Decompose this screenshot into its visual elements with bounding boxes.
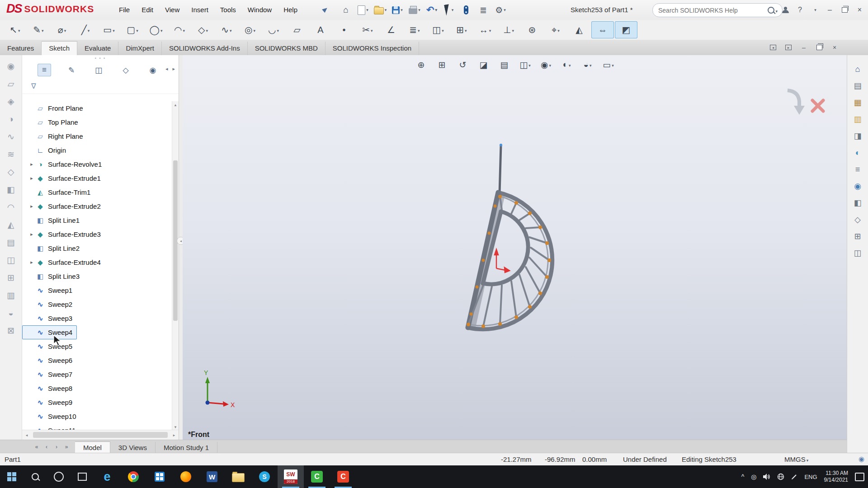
options-button[interactable]: ⚙ — [493, 2, 508, 18]
panel-tab[interactable]: ◉ — [146, 64, 160, 76]
save-button[interactable] — [390, 2, 405, 18]
study-tab[interactable]: 3D Views — [110, 442, 156, 453]
left-toolbar-icon[interactable]: ◧ — [3, 182, 19, 197]
left-toolbar-icon[interactable]: ◇ — [3, 164, 19, 179]
tree-item[interactable]: Sweep1 — [22, 283, 77, 297]
sheet-nav-button[interactable]: » — [61, 442, 71, 452]
open-button[interactable] — [373, 2, 388, 18]
ribbon-tool[interactable]: ⇔ — [591, 21, 614, 38]
left-toolbar-icon[interactable]: ◈ — [3, 94, 19, 109]
ribbon-tool[interactable]: ⊞ — [450, 21, 473, 38]
dropdown-caret-icon[interactable] — [63, 26, 66, 34]
scroll-left-icon[interactable]: ◂ — [22, 430, 31, 440]
help-button[interactable]: ? — [793, 2, 807, 18]
dropdown-caret-icon[interactable] — [464, 26, 467, 34]
menu-item[interactable]: Insert — [185, 0, 214, 20]
task-pane-tab[interactable]: ◇ — [850, 213, 865, 226]
dropdown-caret-icon[interactable] — [229, 26, 232, 34]
taskbar-solidworks[interactable]: SW 2018 — [278, 465, 304, 488]
minimize-button[interactable]: – — [822, 2, 837, 18]
left-toolbar-icon[interactable]: ◫ — [3, 253, 19, 267]
dropdown-caret-icon[interactable] — [441, 26, 444, 34]
tree-vertical-scrollbar[interactable]: ▴ ▾ — [172, 101, 179, 430]
touch-mode-button[interactable] — [458, 2, 474, 18]
command-tab[interactable]: DimXpert — [118, 42, 162, 55]
taskbar-camtasia[interactable]: C — [304, 465, 330, 488]
ribbon-tool[interactable]: ◎ — [239, 21, 261, 38]
taskbar-firefox[interactable] — [173, 465, 199, 488]
tree-item[interactable]: ▸ Surface-Extrude1 — [22, 171, 105, 185]
network-icon[interactable] — [777, 473, 784, 480]
login-button[interactable] — [778, 2, 793, 18]
taskbar-store[interactable] — [146, 465, 173, 488]
ribbon-tool[interactable]: ≣ — [403, 21, 426, 38]
menu-item[interactable]: Tools — [214, 0, 242, 20]
scroll-right-icon[interactable]: ▸ — [170, 430, 179, 440]
ribbon-tool[interactable]: ▭ — [98, 21, 120, 38]
left-toolbar-icon[interactable]: ∿ — [3, 129, 19, 144]
tree-item[interactable]: ▸ Surface-Extrude3 — [22, 227, 105, 241]
taskbar-search-button[interactable] — [24, 465, 47, 488]
left-toolbar-icon[interactable]: ▥ — [3, 288, 19, 303]
tree-item[interactable]: Sweep6 — [22, 353, 77, 367]
sheet-nav-button[interactable]: ‹ — [42, 442, 52, 452]
select-button[interactable] — [441, 2, 457, 18]
dropdown-caret-icon[interactable] — [276, 26, 279, 34]
ribbon-tool[interactable]: ◠ — [168, 21, 191, 38]
ribbon-tool[interactable]: ◡ — [262, 21, 285, 38]
tree-item[interactable]: Sweep4 — [22, 325, 77, 339]
search-input[interactable] — [657, 6, 768, 14]
task-view-button[interactable] — [71, 465, 94, 488]
expand-arrow-icon[interactable]: ▸ — [28, 161, 36, 167]
dropdown-caret-icon[interactable] — [135, 26, 138, 34]
ribbon-tool[interactable]: ◯ — [145, 21, 167, 38]
task-pane-tab[interactable]: ◉ — [850, 179, 865, 193]
panel-drag-handle[interactable]: • • • — [22, 55, 179, 61]
left-toolbar-icon[interactable]: ◉ — [3, 59, 19, 74]
left-toolbar-icon[interactable]: ◑ — [3, 112, 19, 127]
ribbon-tool[interactable]: ▢ — [121, 21, 144, 38]
tree-item[interactable]: Sweep7 — [22, 367, 77, 381]
menu-item[interactable]: View — [159, 0, 185, 20]
command-tab[interactable]: SOLIDWORKS Inspection — [326, 42, 419, 55]
graphics-viewport[interactable]: ⊕ ⊞ ↺ ◪ — [183, 55, 847, 440]
command-tab[interactable]: Features — [0, 42, 42, 55]
options-list-button[interactable]: ≣ — [476, 2, 491, 18]
taskbar-clock[interactable]: 11:30 AM 9/14/2021 — [824, 470, 848, 483]
tree-item[interactable]: Sweep11 — [22, 423, 80, 430]
expand-arrow-icon[interactable]: ▸ — [28, 231, 36, 237]
tree-item[interactable]: Front Plane — [22, 101, 88, 115]
expand-arrow-icon[interactable]: ▸ — [28, 203, 36, 209]
task-pane-tab[interactable]: ◧ — [850, 196, 865, 210]
previous-window-button[interactable]: ◂ — [767, 42, 779, 53]
menu-item[interactable]: Help — [278, 0, 303, 20]
left-toolbar-icon[interactable]: ◒ — [3, 305, 19, 320]
dropdown-caret-icon[interactable] — [17, 26, 20, 34]
dropdown-caret-icon[interactable] — [41, 26, 44, 34]
dropdown-caret-icon[interactable] — [252, 26, 255, 34]
panel-tabs-right-icon[interactable]: ▸ — [172, 66, 175, 72]
close-button[interactable]: × — [852, 2, 867, 18]
panel-tab[interactable]: ◫ — [92, 64, 105, 76]
command-tab[interactable]: Sketch — [42, 41, 77, 55]
dropdown-caret-icon[interactable] — [112, 26, 115, 34]
search-icon[interactable] — [768, 7, 774, 14]
ribbon-tool[interactable]: ✂ — [356, 21, 379, 38]
tree-item[interactable]: Sweep3 — [22, 311, 77, 325]
menu-pin-icon[interactable] — [319, 4, 331, 16]
tree-item[interactable]: Split Line1 — [22, 213, 84, 227]
tree-item[interactable]: ▸ Surface-Revolve1 — [22, 157, 106, 171]
tree-item[interactable]: ▸ Surface-Extrude2 — [22, 199, 105, 213]
left-toolbar-icon[interactable]: ▤ — [3, 235, 19, 250]
left-toolbar-icon[interactable]: ⊞ — [3, 270, 19, 285]
ribbon-tool[interactable]: ↖ — [4, 21, 26, 38]
units-selector[interactable]: MMGS — [784, 455, 808, 463]
dropdown-caret-icon[interactable] — [160, 26, 163, 34]
scrollbar-thumb-horizontal[interactable] — [33, 432, 168, 438]
home-button[interactable]: ⌂ — [338, 2, 354, 18]
ribbon-tool[interactable]: ⊥ — [497, 21, 520, 38]
tree-item[interactable]: Sweep5 — [22, 339, 77, 353]
task-pane-tab[interactable]: ◫ — [850, 246, 865, 260]
taskbar-recorder[interactable]: C — [330, 465, 356, 488]
tray-app-icon[interactable]: ◎ — [751, 473, 756, 480]
